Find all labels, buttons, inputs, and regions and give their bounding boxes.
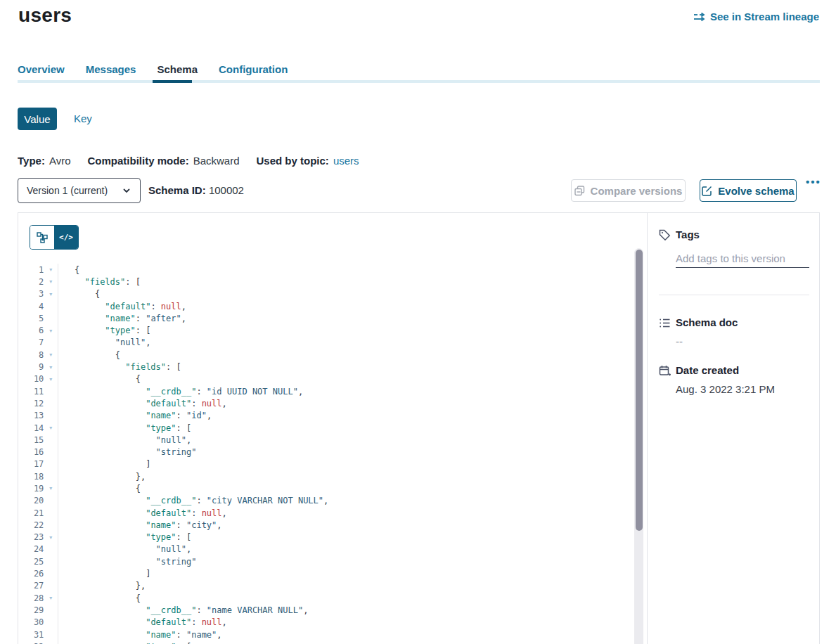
code-line: 12 "default": null, xyxy=(18,397,647,409)
tab-messages[interactable]: Messages xyxy=(86,63,136,86)
code-line: 8▾ { xyxy=(18,349,647,361)
schema-panel: </> 1▾{2▾ "fields": [3▾ {4 "default": nu… xyxy=(18,212,820,644)
see-in-stream-lineage-link[interactable]: See in Stream lineage xyxy=(693,11,819,22)
fold-arrow-icon[interactable]: ▾ xyxy=(44,291,58,297)
fold-arrow-icon[interactable]: ▾ xyxy=(44,485,58,491)
chevron-down-icon xyxy=(122,186,131,195)
code-text: "default": null, xyxy=(58,617,227,627)
code-lines: 1▾{2▾ "fields": [3▾ {4 "default": null,5… xyxy=(18,264,647,644)
fold-arrow-icon[interactable]: ▾ xyxy=(44,352,58,358)
key-toggle-button[interactable]: Key xyxy=(74,112,92,124)
line-gutter: 31 xyxy=(18,629,58,640)
line-number: 1 xyxy=(18,265,44,275)
code-line: 29 "__crdb__": "name VARCHAR NULL", xyxy=(18,604,647,616)
more-options-button[interactable]: ••• xyxy=(806,176,821,188)
schema-code-pane: </> 1▾{2▾ "fields": [3▾ {4 "default": nu… xyxy=(18,213,647,644)
code-text: "string" xyxy=(58,557,196,567)
schema-id-value: 100002 xyxy=(209,184,244,196)
schema-id: Schema ID: 100002 xyxy=(148,184,244,196)
line-gutter: 19▾ xyxy=(18,482,58,494)
line-number: 18 xyxy=(18,472,44,482)
tabs-baseline xyxy=(18,80,820,83)
line-number: 13 xyxy=(18,411,44,420)
schema-sidebar: Tags Schema doc -- D xyxy=(647,213,820,644)
line-number: 2 xyxy=(18,277,44,287)
line-gutter: 7 xyxy=(18,337,58,349)
code-line: 26 ] xyxy=(18,567,647,579)
code-text: { xyxy=(58,484,141,494)
line-number: 3 xyxy=(18,289,44,299)
code-text: }, xyxy=(58,581,146,591)
code-line: 6▾ "type": [ xyxy=(18,324,647,336)
line-gutter: 6▾ xyxy=(18,324,58,336)
code-text: "__crdb__": "city VARCHAR NOT NULL", xyxy=(58,496,328,505)
fold-arrow-icon[interactable]: ▾ xyxy=(44,534,58,541)
fold-arrow-icon[interactable]: ▾ xyxy=(44,376,58,382)
line-number: 20 xyxy=(18,496,44,505)
fold-arrow-icon[interactable]: ▾ xyxy=(44,595,58,601)
line-gutter: 8▾ xyxy=(18,349,58,361)
line-gutter: 2▾ xyxy=(18,276,58,288)
compare-versions-button[interactable]: Compare versions xyxy=(571,179,686,202)
code-text: "default": null, xyxy=(58,508,227,518)
fold-arrow-icon[interactable]: ▾ xyxy=(44,266,58,273)
fold-arrow-icon[interactable]: ▾ xyxy=(44,328,58,334)
code-text: "fields": [ xyxy=(58,362,181,372)
line-gutter: 18 xyxy=(18,470,58,482)
version-select-value: Version 1 (current) xyxy=(27,185,122,196)
schema-id-label: Schema ID: xyxy=(148,184,206,196)
code-text: }, xyxy=(58,472,146,482)
date-created-title: Date created xyxy=(676,364,739,376)
line-gutter: 10▾ xyxy=(18,373,58,385)
editor-scrollbar[interactable] xyxy=(634,248,643,644)
schema-doc-value: -- xyxy=(676,335,683,347)
tab-schema[interactable]: Schema xyxy=(157,63,198,86)
tab-configuration[interactable]: Configuration xyxy=(219,63,288,86)
sidebar-divider xyxy=(659,295,809,295)
line-number: 31 xyxy=(18,630,44,640)
tree-view-icon xyxy=(37,232,48,243)
tab-bar: Overview Messages Schema Configuration xyxy=(18,63,288,86)
schema-doc-title: Schema doc xyxy=(676,316,738,328)
evolve-schema-button[interactable]: Evolve schema xyxy=(700,179,797,202)
editor-view-toggle: </> xyxy=(30,225,79,250)
line-number: 14 xyxy=(18,423,44,433)
code-text: "type": [ xyxy=(58,423,191,433)
date-created-value: Aug. 3 2022 3:21 PM xyxy=(676,383,775,395)
line-number: 22 xyxy=(18,520,44,530)
line-gutter: 16 xyxy=(18,446,58,458)
type-value: Avro xyxy=(49,155,71,167)
line-number: 5 xyxy=(18,314,44,323)
code-view-button[interactable]: </> xyxy=(54,226,78,249)
code-line: 32▾ "type": [ xyxy=(18,640,647,644)
code-line: 25 "string" xyxy=(18,555,647,567)
code-text: "null", xyxy=(58,435,191,445)
code-line: 16 "string" xyxy=(18,446,647,458)
version-select[interactable]: Version 1 (current) xyxy=(18,178,141,203)
type-label: Type: xyxy=(18,155,45,167)
editor-scrollbar-thumb[interactable] xyxy=(636,250,643,531)
code-line: 7 "null", xyxy=(18,337,647,349)
line-gutter: 24 xyxy=(18,543,58,555)
code-line: 27 }, xyxy=(18,580,647,592)
code-text: "name": "after", xyxy=(58,314,186,323)
code-text: "__crdb__": "name VARCHAR NULL", xyxy=(58,605,308,615)
line-gutter: 21 xyxy=(18,507,58,519)
tree-view-button[interactable] xyxy=(30,226,54,249)
tab-overview[interactable]: Overview xyxy=(18,63,65,86)
code-text: "fields": [ xyxy=(58,277,141,287)
line-number: 21 xyxy=(18,508,44,518)
line-number: 26 xyxy=(18,569,44,579)
line-number: 11 xyxy=(18,387,44,397)
fold-arrow-icon[interactable]: ▾ xyxy=(44,364,58,371)
code-line: 4 "default": null, xyxy=(18,300,647,312)
fold-arrow-icon[interactable]: ▾ xyxy=(44,278,58,285)
code-text: { xyxy=(58,374,141,384)
tags-input[interactable] xyxy=(676,250,809,268)
code-text: ] xyxy=(58,459,150,469)
used-by-topic-link[interactable]: users xyxy=(333,155,359,167)
line-gutter: 13 xyxy=(18,410,58,422)
code-line: 9▾ "fields": [ xyxy=(18,361,647,373)
value-toggle-button[interactable]: Value xyxy=(18,108,57,130)
fold-arrow-icon[interactable]: ▾ xyxy=(44,425,58,431)
